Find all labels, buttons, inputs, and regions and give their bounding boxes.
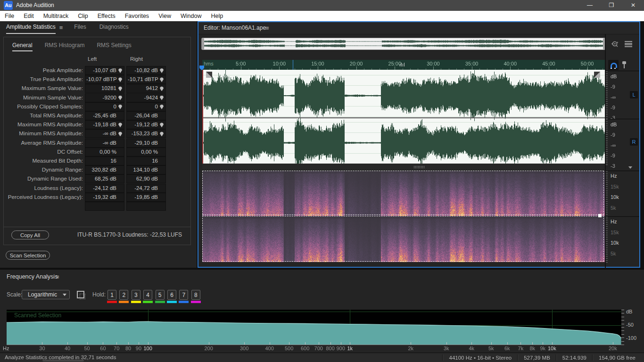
menu-clip[interactable]: Clip bbox=[73, 11, 93, 21]
timeline-marker-line[interactable] bbox=[293, 60, 293, 70]
hold-button-8[interactable]: 8 bbox=[191, 290, 200, 300]
hold-button-2[interactable]: 2 bbox=[119, 290, 128, 300]
stat-row-label: Maximum RMS Amplitude: bbox=[4, 120, 83, 129]
scanned-selection-label: Scanned Selection bbox=[14, 312, 61, 319]
hz-tick-label: 100 bbox=[143, 345, 152, 352]
marker-pin-icon[interactable] bbox=[621, 61, 627, 69]
marker-pin-icon[interactable] bbox=[160, 105, 164, 109]
selection-resize-handle[interactable] bbox=[598, 214, 602, 217]
hz-tick-label: 600 bbox=[301, 345, 309, 352]
scale-label: Scale: bbox=[7, 291, 22, 298]
tab-diagnostics[interactable]: Diagnostics bbox=[99, 21, 129, 34]
stat-value: -∞ dB bbox=[86, 130, 116, 138]
overview-waveform[interactable] bbox=[203, 39, 605, 49]
editor-tab[interactable]: Editor: Manson06A1.ape bbox=[204, 22, 266, 34]
right-channel-badge[interactable]: R bbox=[630, 138, 638, 146]
marker-pin-icon[interactable] bbox=[118, 68, 122, 73]
marker-pin-icon[interactable] bbox=[160, 96, 164, 100]
menu-edit[interactable]: Edit bbox=[19, 11, 39, 21]
close-button[interactable]: ✕ bbox=[622, 0, 644, 11]
hold-button-4[interactable]: 4 bbox=[143, 290, 152, 300]
spectral-selection-divider bbox=[202, 214, 604, 215]
fade-out-handle-icon[interactable] bbox=[594, 72, 600, 78]
channel-splitter[interactable] bbox=[202, 164, 605, 171]
hz-tick-label: 5k bbox=[488, 345, 494, 352]
marker-pin-icon[interactable] bbox=[160, 68, 164, 73]
hold-color-bar bbox=[107, 301, 117, 303]
tab-files[interactable]: Files bbox=[74, 21, 86, 34]
hold-color-bar bbox=[191, 301, 201, 303]
left-channel-badge[interactable]: L bbox=[630, 91, 638, 99]
frequency-panel-title[interactable]: Frequency Analysis bbox=[7, 273, 58, 280]
restore-button[interactable]: ❐ bbox=[601, 0, 622, 11]
hold-color-bar bbox=[131, 301, 141, 303]
status-scrollbar-thumb[interactable] bbox=[42, 360, 84, 362]
waveform-display[interactable] bbox=[202, 70, 605, 164]
menu-view[interactable]: View bbox=[154, 11, 176, 21]
timeline-ruler[interactable]: hms 5:0010:0015:0020:0025:0030:0035:0040… bbox=[202, 60, 605, 70]
splitter-grip-icon[interactable] bbox=[414, 166, 424, 167]
menu-help[interactable]: Help bbox=[206, 11, 228, 21]
menu-window[interactable]: Window bbox=[176, 11, 206, 21]
timeline-tick-label: 10:00 bbox=[273, 61, 286, 67]
overview-scrollbar[interactable] bbox=[201, 38, 606, 50]
marker-pin-icon[interactable] bbox=[160, 86, 164, 91]
hold-button-6[interactable]: 6 bbox=[167, 290, 176, 300]
stat-value-cell-right: -24,72 dB bbox=[126, 184, 166, 193]
playhead-line[interactable] bbox=[202, 70, 203, 164]
menu-effects[interactable]: Effects bbox=[93, 11, 120, 21]
stat-value-cell-right: -19,85 dB bbox=[126, 193, 166, 202]
editor-layout-icon[interactable] bbox=[625, 41, 632, 47]
stat-value-cell-left: 10281 bbox=[85, 84, 124, 93]
hold-button-5[interactable]: 5 bbox=[156, 290, 165, 300]
marker-pin-icon[interactable] bbox=[118, 123, 122, 127]
tab-amplitude-statistics[interactable]: Amplitude Statistics bbox=[6, 21, 56, 34]
hz-tick-label: 200 bbox=[204, 345, 213, 352]
stat-value: -19,18 dB bbox=[86, 121, 116, 129]
marker-pin-icon[interactable] bbox=[118, 77, 122, 82]
hold-color-bar bbox=[143, 301, 153, 303]
hz-tick-label: 60 bbox=[100, 345, 106, 352]
frequency-plot[interactable] bbox=[7, 310, 621, 345]
marker-pin-icon[interactable] bbox=[160, 123, 164, 127]
scan-selection-button[interactable]: Scan Selection bbox=[6, 251, 50, 260]
zoom-navigate-icon[interactable] bbox=[611, 40, 620, 49]
marker-pin-icon[interactable] bbox=[160, 77, 164, 82]
marker-pin-icon[interactable] bbox=[118, 132, 122, 136]
copy-all-button[interactable]: Copy All bbox=[11, 230, 49, 239]
copy-selection-icon[interactable] bbox=[77, 291, 84, 298]
marker-pin-icon[interactable] bbox=[118, 105, 122, 109]
stat-value: -19,32 dB bbox=[86, 193, 116, 201]
hold-label: Hold: bbox=[92, 291, 106, 298]
stat-value-cell-left: -∞ dB bbox=[85, 129, 124, 138]
hold-button-7[interactable]: 7 bbox=[179, 290, 188, 300]
frequency-panel-menu-icon[interactable]: ≡ bbox=[56, 273, 59, 280]
snap-magnet-button[interactable] bbox=[608, 60, 619, 70]
scale-dropdown-value: Logarithmic bbox=[28, 290, 57, 299]
stat-value: 134,10 dB bbox=[128, 166, 158, 174]
menu-favorites[interactable]: Favorites bbox=[120, 11, 154, 21]
hold-button-1[interactable]: 1 bbox=[107, 290, 116, 300]
splitter-grip-icon[interactable] bbox=[414, 167, 424, 168]
stat-value bbox=[86, 202, 116, 210]
stat-value: 68,25 dB bbox=[86, 175, 116, 183]
hold-button-3[interactable]: 3 bbox=[132, 290, 140, 300]
fade-in-handle-icon[interactable] bbox=[206, 72, 212, 78]
scale-tick-label: 5k bbox=[611, 250, 616, 257]
overview-left-handle[interactable] bbox=[202, 38, 204, 49]
frequency-plot-canvas[interactable] bbox=[7, 310, 621, 345]
stat-row-label: Peak Amplitude: bbox=[4, 66, 83, 75]
marker-pin-icon[interactable] bbox=[118, 86, 122, 91]
menu-file[interactable]: File bbox=[0, 11, 19, 21]
scale-tick-label: -∞ bbox=[611, 142, 616, 148]
stat-row-label: Measured Bit Depth: bbox=[4, 156, 83, 165]
minimize-button[interactable]: — bbox=[579, 0, 601, 11]
marker-pin-icon[interactable] bbox=[160, 132, 164, 136]
scale-dropdown[interactable]: Logarithmic bbox=[22, 290, 70, 299]
stats-panel-menu-icon[interactable]: ≡ bbox=[59, 24, 63, 31]
scale-tick-label: 15k bbox=[611, 229, 619, 236]
marker-pin-icon[interactable] bbox=[118, 96, 122, 100]
editor-panel-menu-icon[interactable]: ≡ bbox=[265, 22, 269, 34]
stat-row-label: Average RMS Amplitude: bbox=[4, 139, 83, 148]
menu-multitrack[interactable]: Multitrack bbox=[39, 11, 73, 21]
